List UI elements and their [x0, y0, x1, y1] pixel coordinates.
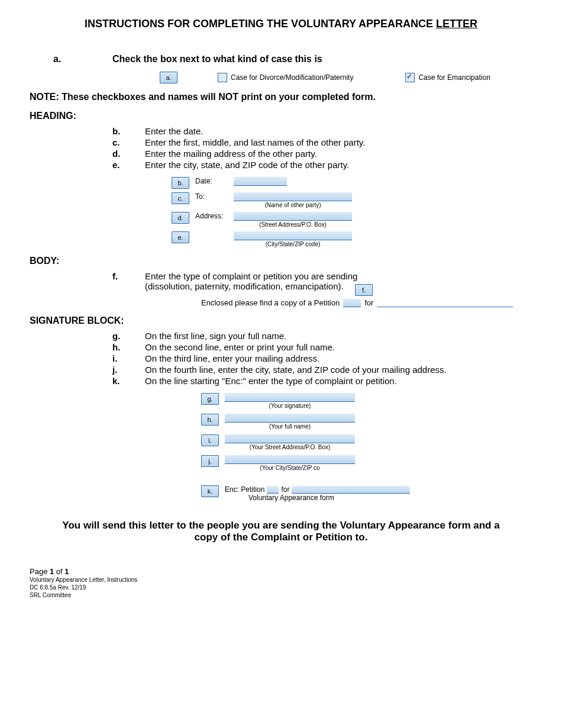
fig-row-k: k. Enc: Petition for Voluntary Appearanc… — [201, 485, 532, 502]
field-label-to: To: — [195, 192, 228, 201]
footer-line3: DC 6:8.5a Rev. 12/19 — [30, 584, 532, 591]
heading-label: HEADING: — [30, 111, 532, 121]
tag-b: b. — [172, 177, 189, 189]
field-label-address: Address: — [195, 212, 228, 220]
sublabel-your-street: (Your Street Address/P.O. Box) — [225, 444, 355, 450]
option-1-label: Case for Divorce/Modification/Paternity — [231, 73, 353, 82]
field-date — [234, 177, 287, 186]
option-2-label: Case for Emancipation — [418, 73, 490, 82]
field-your-city — [225, 455, 355, 464]
item-b: b.Enter the date. — [30, 126, 532, 136]
item-e: e.Enter the city, state, and ZIP code of… — [30, 160, 532, 170]
sublabel-street: (Street Address/P.O. Box) — [234, 221, 352, 228]
fig-row-j: j. (Your City/State/ZIP co — [201, 455, 532, 471]
checkbox-checked-icon — [405, 73, 415, 82]
field-f-line — [377, 299, 513, 307]
checkbox-option-2: Case for Emancipation — [405, 73, 490, 82]
checkbox-unchecked-icon — [218, 73, 227, 82]
checkbox-option-1: Case for Divorce/Modification/Paternity — [218, 73, 353, 82]
field-fullname — [225, 414, 355, 423]
fig-row-g: g. (Your signature) — [201, 393, 532, 409]
figure-f: f. Enclosed please find a copy of a Peti… — [142, 298, 532, 307]
tag-d: d. — [172, 212, 189, 224]
fig-row-b: b. Date: — [172, 177, 532, 189]
signature-label: SIGNATURE BLOCK: — [30, 315, 532, 326]
item-h: h.On the second line, enter or print you… — [30, 342, 532, 352]
field-f-small — [343, 299, 361, 307]
fig-f-text1: Enclosed please find a copy of a Petitio… — [201, 298, 340, 307]
tag-k: k. — [201, 485, 219, 497]
fig-f-text2: for — [364, 298, 373, 307]
tag-f: f. — [355, 284, 373, 296]
tag-e: e. — [172, 231, 189, 243]
fig-row-d: d. Address: (Street Address/P.O. Box) — [172, 212, 532, 228]
item-f: f.Enter the type of complaint or petitio… — [30, 271, 532, 291]
tag-i: i. — [201, 434, 219, 446]
tag-h: h. — [201, 414, 219, 426]
figure-a: a. Case for Divorce/Modification/Paterni… — [142, 72, 532, 83]
item-j: j.On the fourth line, enter the city, st… — [30, 365, 532, 375]
tag-c: c. — [172, 192, 189, 204]
enc-for: for — [281, 485, 289, 494]
page-footer: Page 1 of 1 Voluntary Appearance Letter,… — [30, 567, 532, 599]
title-suffix: LETTER — [436, 18, 477, 30]
enc-label: Enc: Petition — [225, 485, 264, 494]
sublabel-city: (City/State/ZIP code) — [234, 241, 352, 247]
field-to — [234, 192, 352, 201]
item-a: a. Check the box next to what kind of ca… — [30, 54, 532, 65]
figure-be: b. Date: c. To: (Name of other party) d.… — [142, 177, 532, 247]
sublabel-fullname: (Your full name) — [225, 423, 355, 430]
footer-line4: SRL Committee — [30, 591, 532, 599]
field-enc-small — [267, 486, 279, 494]
sublabel-your-city: (Your City/State/ZIP co — [225, 465, 355, 471]
item-c: c.Enter the first, middle, and last name… — [30, 137, 532, 147]
fig-row-e: e. (City/State/ZIP code) — [172, 231, 532, 247]
field-citystatezip — [234, 231, 352, 240]
field-enc-line — [292, 486, 410, 494]
footer-message: You will send this letter to the people … — [53, 520, 509, 543]
fig-row-h: h. (Your full name) — [201, 414, 532, 430]
item-g: g.On the first line, sign your full name… — [30, 331, 532, 341]
body-label: BODY: — [30, 256, 532, 266]
fig-row-i: i. (Your Street Address/P.O. Box) — [201, 434, 532, 450]
footer-line2: Voluntary Appearance Letter, Instruction… — [30, 576, 532, 584]
page-title: INSTRUCTIONS FOR COMPLETING THE VOLUNTAR… — [30, 18, 532, 30]
tag-a: a. — [160, 72, 177, 83]
note-text: NOTE: These checkboxes and names will NO… — [30, 92, 532, 102]
item-a-text: Check the box next to what kind of case … — [112, 54, 532, 65]
tag-g: g. — [201, 393, 219, 405]
field-signature — [225, 393, 355, 402]
sublabel-signature: (Your signature) — [225, 402, 355, 409]
title-prefix: INSTRUCTIONS FOR COMPLETING THE VOLUNTAR… — [85, 18, 436, 30]
field-label-date: Date: — [195, 177, 228, 185]
item-a-label: a. — [30, 54, 112, 65]
sublabel-voluntary: Voluntary Appearance form — [225, 494, 410, 502]
field-address — [234, 212, 352, 221]
item-i: i.On the third line, enter your mailing … — [30, 353, 532, 363]
tag-j: j. — [201, 455, 219, 467]
item-k: k.On the line starting "Enc:" enter the … — [30, 376, 532, 386]
sublabel-name: (Name of other party) — [234, 202, 352, 208]
field-your-street — [225, 434, 355, 443]
item-d: d.Enter the mailing address of the other… — [30, 149, 532, 159]
figure-gk: g. (Your signature) h. (Your full name) … — [142, 393, 532, 502]
fig-row-c: c. To: (Name of other party) — [172, 192, 532, 208]
